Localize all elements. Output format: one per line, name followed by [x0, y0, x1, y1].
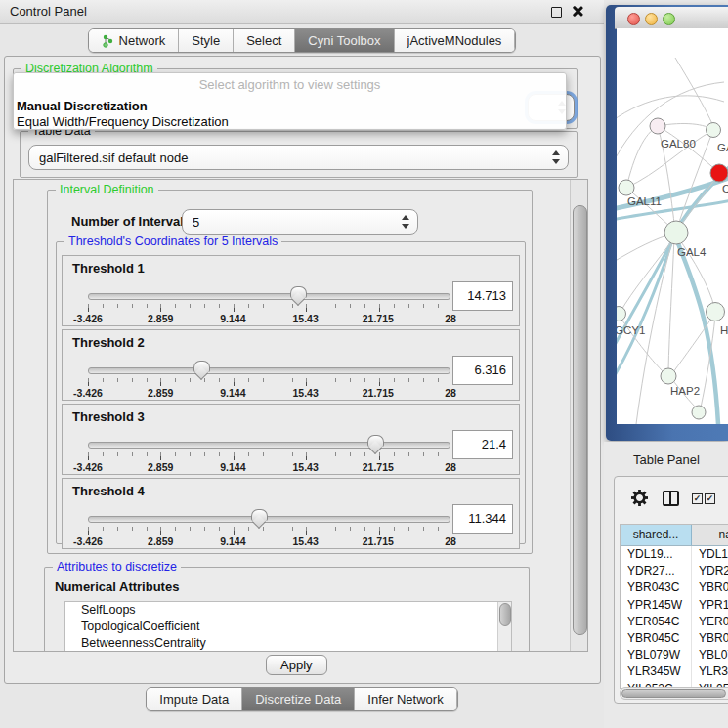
slider-ticks: [88, 452, 450, 461]
table-cell-name[interactable]: YLR345W: [692, 664, 728, 680]
table-cell-name[interactable]: YBL079W: [692, 647, 728, 664]
network-node[interactable]: [707, 303, 725, 321]
threshold-slider[interactable]: -3.426 2.859 9.144 15.43 21.: [88, 508, 450, 547]
table-scrollbar-thumb[interactable]: [621, 689, 726, 698]
tab[interactable]: Cyni Toolbox: [295, 29, 394, 52]
table-horizontal-scrollbar[interactable]: [620, 687, 728, 700]
algorithm-option-manual[interactable]: Manual Discretization: [16, 99, 564, 114]
table-cell-shared[interactable]: YLR345W: [621, 664, 692, 680]
table-header-name[interactable]: name: [692, 525, 728, 545]
threshold-value-field[interactable]: 11.344: [452, 504, 513, 534]
slider-track[interactable]: [88, 442, 450, 449]
settings-vertical-scrollbar[interactable]: [570, 180, 587, 651]
slider-thumb[interactable]: [367, 435, 384, 447]
combo-stepper-icon[interactable]: [402, 215, 410, 229]
checkbox-icon[interactable]: ✓: [692, 493, 703, 504]
network-node[interactable]: [619, 180, 634, 195]
tab-label: Cyni Toolbox: [308, 33, 380, 48]
numerical-attributes-list[interactable]: SelfLoops TopologicalCoefficient Between…: [64, 601, 512, 652]
table-cell-shared[interactable]: YPR145W: [621, 597, 692, 614]
combo-stepper-icon[interactable]: [552, 150, 561, 164]
table-data-combo[interactable]: galFiltered.sif default node: [28, 145, 569, 170]
table-cell-name[interactable]: YPR145W: [692, 597, 728, 614]
close-icon[interactable]: [572, 6, 582, 17]
table-row[interactable]: YDR27... YDR27...: [621, 563, 728, 579]
attribute-list-item[interactable]: SelfLoops: [65, 602, 511, 619]
table-row[interactable]: YER054C YER054C: [621, 614, 728, 630]
table-cell-name[interactable]: YDR27...: [692, 563, 728, 579]
network-node-label: GAL4: [677, 246, 707, 258]
threshold-value-field[interactable]: 6.316: [452, 356, 513, 385]
attribute-list-item[interactable]: BetweennessCentrality: [65, 635, 511, 652]
attributes-scrollbar-thumb[interactable]: [499, 603, 511, 626]
window-close-icon[interactable]: [627, 13, 640, 25]
table-cell-name[interactable]: YBR043C: [692, 579, 728, 596]
network-node[interactable]: [650, 118, 665, 134]
slider-track[interactable]: [88, 516, 450, 523]
network-node[interactable]: [617, 307, 626, 321]
network-node-label: H: [720, 324, 728, 336]
attributes-list-scrollbar[interactable]: [497, 602, 511, 652]
network-node[interactable]: [664, 221, 688, 244]
table-cell-shared[interactable]: YBR043C: [621, 579, 692, 596]
settings-scroll-pane: Interval Definition Number of Intervals …: [13, 179, 588, 652]
tick-label: 28: [445, 387, 456, 399]
table-row[interactable]: YBL079W YBL079W: [621, 647, 728, 664]
checkbox-icon[interactable]: ✓: [705, 493, 715, 504]
split-columns-icon[interactable]: [663, 491, 679, 506]
network-node[interactable]: [707, 123, 721, 138]
table-cell-shared[interactable]: YDL19...: [621, 546, 692, 563]
table-cell-shared[interactable]: YBL079W: [621, 647, 692, 664]
table-cell-name[interactable]: YDL19...: [692, 546, 728, 563]
threshold-panel: Threshold 1 -3.426 2.: [62, 255, 520, 326]
threshold-value-field[interactable]: 21.4: [452, 430, 513, 459]
interval-definition-group: Interval Definition Number of Intervals …: [47, 190, 533, 554]
table-cell-name[interactable]: YBR045C: [692, 630, 728, 647]
settings-scrollbar-thumb[interactable]: [573, 205, 587, 635]
tab[interactable]: Style: [179, 29, 234, 52]
number-of-intervals-label: Number of Intervals: [71, 214, 191, 229]
table-row[interactable]: YPR145W YPR145W: [621, 597, 728, 614]
slider-track[interactable]: [88, 293, 450, 300]
table-cell-shared[interactable]: YDR27...: [621, 563, 692, 579]
algorithm-option-equal-width[interactable]: Equal Width/Frequency Discretization: [16, 114, 564, 130]
number-of-intervals-combo[interactable]: 5: [182, 209, 418, 235]
table-row[interactable]: YBR045C YBR045C: [621, 630, 728, 647]
slider-tick-labels: -3.426 2.859 9.144 15.43 21.: [88, 535, 450, 547]
table-cell-shared[interactable]: YER054C: [621, 614, 692, 630]
table-row[interactable]: YLR345W YLR345W: [621, 664, 728, 680]
float-window-icon[interactable]: [551, 7, 562, 18]
slider-tick-labels: -3.426 2.859 9.144 15.43 21.: [88, 387, 450, 399]
slider-thumb[interactable]: [193, 361, 210, 372]
table-row[interactable]: YBR043C YBR043C: [621, 579, 728, 596]
threshold-slider[interactable]: -3.426 2.859 9.144 15.43 21.: [88, 285, 450, 324]
table-cell-shared[interactable]: YBR045C: [621, 630, 692, 647]
network-node[interactable]: [710, 164, 728, 182]
threshold-title: Threshold 4: [72, 484, 145, 498]
threshold-value-field[interactable]: 14.713: [452, 281, 513, 311]
attribute-list-item[interactable]: TopologicalCoefficient: [65, 619, 511, 635]
network-node[interactable]: [692, 406, 706, 419]
tick-label: 9.144: [220, 313, 245, 324]
table-row[interactable]: YDL19... YDL19...: [621, 546, 728, 563]
threshold-slider[interactable]: -3.426 2.859 9.144 15.43 21.: [88, 360, 450, 399]
threshold-slider[interactable]: -3.426 2.859 9.144 15.43 21.: [88, 434, 450, 473]
network-node-label: C: [722, 183, 728, 194]
table-cell-name[interactable]: YER054C: [692, 614, 728, 630]
network-canvas[interactable]: GAL80GACGAL11GAL4GCY1HHAP2: [617, 28, 728, 424]
tab[interactable]: Discretize Data: [242, 688, 355, 710]
tab[interactable]: Select: [234, 29, 295, 52]
network-node[interactable]: [661, 368, 676, 384]
tab[interactable]: Network: [89, 29, 180, 52]
window-minimize-icon[interactable]: [645, 13, 658, 25]
tab[interactable]: Impute Data: [147, 688, 242, 710]
tab[interactable]: Infer Network: [355, 688, 456, 710]
tab[interactable]: jActiveMNodules: [395, 29, 516, 52]
window-zoom-icon[interactable]: [663, 13, 675, 25]
slider-track[interactable]: [88, 367, 450, 374]
table-header-shared[interactable]: shared...: [621, 525, 692, 545]
gear-icon[interactable]: [630, 489, 649, 507]
slider-thumb[interactable]: [290, 286, 307, 298]
slider-thumb[interactable]: [251, 509, 268, 521]
apply-button[interactable]: Apply: [266, 655, 327, 675]
